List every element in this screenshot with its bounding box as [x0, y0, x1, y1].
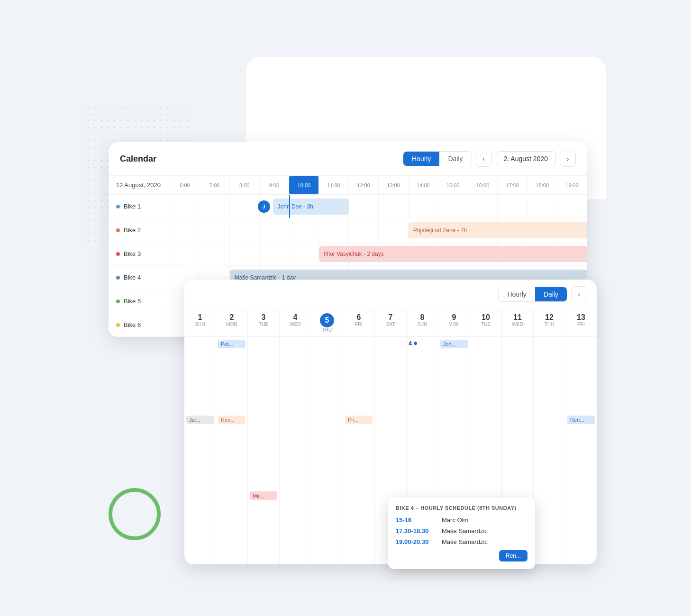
cell-1-10 [470, 337, 502, 413]
bike5-label: Bike 5 [124, 298, 141, 305]
cell-2-2: Ren... [216, 413, 248, 489]
cell-1-2: Pet... [216, 337, 248, 413]
event-pet[interactable]: Pet... [218, 340, 245, 348]
resource-bike1: Bike 1 [109, 195, 170, 218]
time-1300: 13:00 [379, 176, 409, 194]
badge-dot [414, 342, 417, 345]
day-header-8: 8 SUN [407, 309, 438, 336]
schedule-row-2: 17.30-18.30 Maše Samardzic [396, 527, 527, 534]
bike2-label: Bike 2 [124, 226, 141, 234]
resource-column: 12 August, 2020 Bike 1 Bike 2 Bike 3 Bik… [109, 176, 170, 337]
time-1500: 15:00 [438, 176, 468, 194]
hourly-date-display: 2. August 2020 [496, 151, 556, 166]
cell-2-3 [248, 413, 280, 489]
date-label: 12 August, 2020 [109, 176, 170, 195]
daily-btn-daily[interactable]: Daily [535, 287, 567, 301]
badge-4: 4 [409, 340, 436, 347]
day-header-2: 2 MON [216, 309, 248, 336]
daily-card-header: Hourly Daily ‹ [184, 280, 597, 309]
event-jar[interactable]: Jar... [186, 416, 214, 424]
bike5-dot [116, 299, 120, 303]
hourly-nav-next[interactable]: › [560, 151, 576, 167]
schedule-time-1: 15-16 [396, 516, 436, 524]
time-1100: 11:00 [319, 176, 349, 194]
cell-2-10 [470, 413, 502, 489]
event-ren2[interactable]: Ren... [218, 416, 245, 424]
event-ren3[interactable]: Ren... [567, 416, 595, 424]
tooltip-footer: Ren... [396, 550, 527, 562]
daily-nav-prev[interactable]: ‹ [571, 286, 587, 302]
time-1700: 17:00 [498, 176, 527, 194]
time-header: 6:00 7:00 8:00 9:00 10:00 11:00 12:00 13… [170, 176, 587, 195]
time-600: 6:00 [170, 176, 200, 194]
avatar-j: J [258, 200, 270, 213]
bike3-dot [116, 252, 120, 256]
schedule-time-3: 19.00-20.30 [396, 538, 436, 545]
daily-btn-hourly[interactable]: Hourly [499, 287, 535, 301]
time-1000: 10:00 [289, 176, 319, 194]
event-joh[interactable]: Joh... [440, 340, 468, 348]
time-1400: 14:00 [409, 176, 438, 194]
event-mir[interactable]: Mir... [250, 491, 277, 500]
cell-1-9: Joh... [438, 337, 470, 413]
bike6-label: Bike 6 [124, 321, 141, 328]
event-pri[interactable]: Pri... [345, 416, 373, 424]
cell-3-3: Mir... [248, 489, 280, 564]
day-header-7: 7 SAT [375, 309, 407, 336]
event-prijatelji[interactable]: Prijatelji od Zene - 7h [409, 222, 587, 238]
cell-3-2 [216, 489, 248, 564]
scene: Calendar Hourly Daily ‹ 2. August 2020 ›… [85, 47, 606, 569]
day-header-4: 4 WED [280, 309, 311, 336]
hourly-btn-daily[interactable]: Daily [439, 152, 471, 166]
day-header-1: 1 SUN [184, 309, 216, 336]
week-body-row1: Pet... 4 Joh... [184, 337, 597, 413]
week-body-row2: Jar... Ren... Pri... Ren... [184, 413, 597, 489]
cell-2-1: Jar... [184, 413, 216, 489]
grid-row-bike3: Ilhor Vasylchuk - 2 days [170, 242, 587, 266]
cell-2-13: Ren... [565, 413, 597, 489]
cell-1-7 [375, 337, 407, 413]
cell-3-12 [534, 489, 565, 564]
grid-row-bike2: Prijatelji od Zene - 7h [170, 218, 587, 242]
resource-bike4: Bike 4 [109, 266, 170, 290]
time-1200: 12:00 [349, 176, 379, 194]
bike4-dot [116, 276, 120, 280]
time-1800: 18:00 [527, 176, 557, 194]
cell-2-6: Pri... [343, 413, 375, 489]
time-1900: 19:00 [557, 176, 587, 194]
hourly-card-header: Calendar Hourly Daily ‹ 2. August 2020 › [109, 142, 587, 176]
event-john-doe[interactable]: John Doe - 3h [273, 199, 349, 215]
cell-1-1 [184, 337, 216, 413]
resource-bike5: Bike 5 [109, 290, 170, 313]
schedule-row-3: 19.00-20.30 Maše Samardzic [396, 538, 527, 545]
cell-1-6 [343, 337, 375, 413]
time-1600: 16:00 [468, 176, 498, 194]
cell-1-11 [502, 337, 534, 413]
day-header-12: 12 THU [534, 309, 565, 336]
hourly-view-toggle: Hourly Daily [403, 151, 472, 166]
cell-2-4 [280, 413, 311, 489]
tooltip-title: BIKE 4 – HOURLY SCHEDULE (8TH SUNDAY) [396, 505, 527, 511]
bike1-label: Bike 1 [124, 203, 141, 210]
schedule-name-3: Maše Samardzic [442, 538, 488, 545]
tooltip-ren-button[interactable]: Ren... [499, 550, 527, 562]
cell-3-1 [184, 489, 216, 564]
schedule-name-1: Marc Olm [442, 516, 468, 524]
schedule-row-1: 15-16 Marc Olm [396, 516, 527, 524]
cell-2-9 [438, 413, 470, 489]
time-700: 7:00 [200, 176, 230, 194]
hourly-btn-hourly[interactable]: Hourly [403, 152, 439, 166]
bike2-dot [116, 228, 120, 232]
cell-1-13 [565, 337, 597, 413]
cell-3-13 [565, 489, 597, 564]
hourly-nav-prev[interactable]: ‹ [476, 151, 492, 167]
day-header-13: 13 FRI [565, 309, 597, 336]
bike6-dot [116, 323, 120, 327]
current-time-indicator [289, 195, 290, 218]
cell-1-4 [280, 337, 311, 413]
day-header-9: 9 MON [438, 309, 470, 336]
bike4-label: Bike 4 [124, 274, 141, 281]
cell-1-8: 4 [407, 337, 438, 413]
week-header: 1 SUN 2 MON 3 TUE 4 WED 5 THU [184, 309, 597, 337]
event-ilhor[interactable]: Ilhor Vasylchuk - 2 days [319, 246, 587, 262]
